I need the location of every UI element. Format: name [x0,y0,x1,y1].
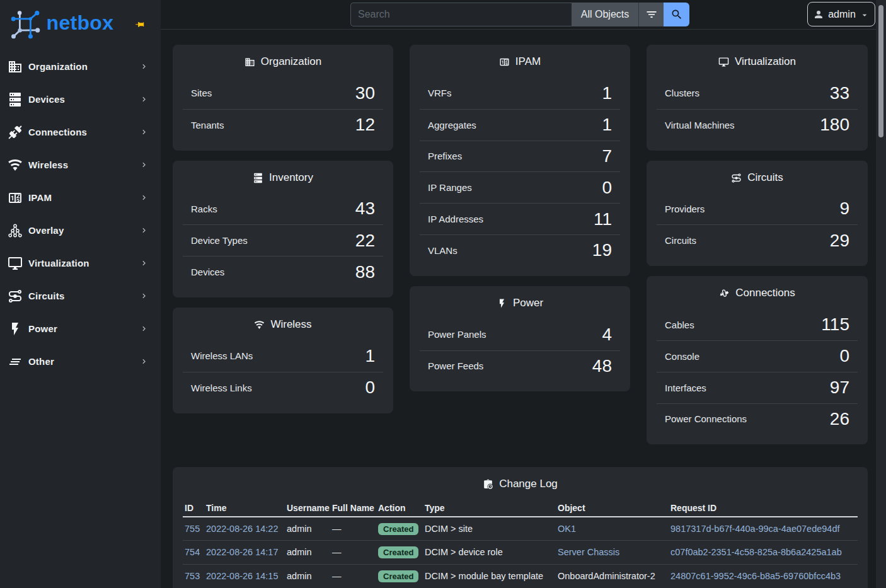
svg-text:netbox: netbox [47,11,114,34]
